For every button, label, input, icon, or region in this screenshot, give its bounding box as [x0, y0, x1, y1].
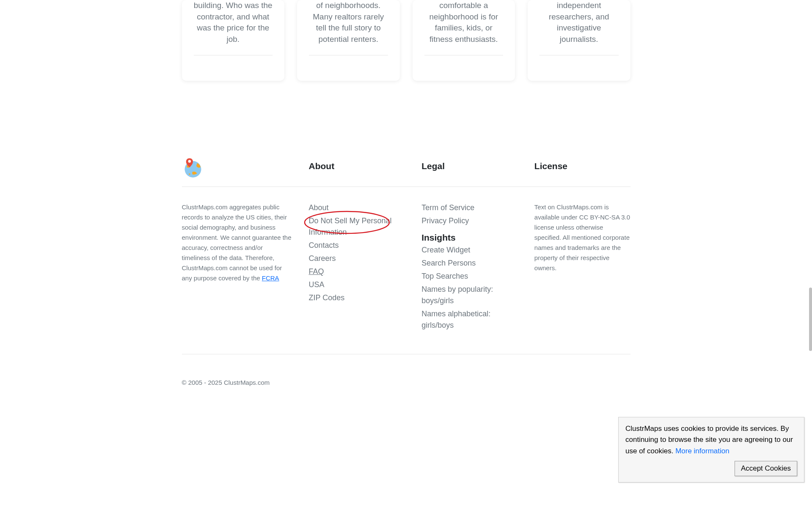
copyright-row: © 2005 - 2025 ClustrMaps.com — [182, 354, 630, 411]
faq-link[interactable]: FAQ — [309, 267, 324, 276]
cookie-text: ClustrMaps uses cookies to provide its s… — [625, 423, 797, 457]
privacy-link[interactable]: Privacy Policy — [421, 217, 469, 225]
footer-body: ClustrMaps.com aggregates public records… — [182, 202, 630, 333]
footer-license-col: Text on ClustrMaps.com is available unde… — [534, 202, 630, 333]
names-pop-label: Names by popularity: — [421, 285, 493, 293]
fcra-link[interactable]: FCRA — [262, 274, 279, 282]
card-3: comfortable a neighborhood is for famili… — [413, 0, 515, 81]
card-text: building. Who was the contractor, and wh… — [194, 0, 273, 55]
girls-pop-link[interactable]: girls — [440, 296, 454, 305]
footer-desc-text: ClustrMaps.com aggregates public records… — [182, 203, 292, 282]
card-text: independent researchers, and investigati… — [539, 0, 619, 55]
careers-link[interactable]: Careers — [309, 254, 336, 263]
footer-legal-heading-col: Legal — [421, 157, 517, 179]
card-4: independent researchers, and investigati… — [528, 0, 630, 81]
names-alpha-row: Names alphabetical: girls/boys — [421, 308, 517, 331]
cookie-banner: ClustrMaps uses cookies to provide its s… — [618, 417, 804, 482]
usa-link[interactable]: USA — [309, 280, 325, 289]
footer-desc: ClustrMaps.com aggregates public records… — [182, 202, 292, 283]
search-persons-link[interactable]: Search Persons — [421, 259, 476, 267]
names-popularity-row: Names by popularity: boys/girls — [421, 284, 517, 307]
globe-pin-icon — [182, 157, 204, 179]
contacts-link[interactable]: Contacts — [309, 241, 339, 249]
legal-heading: Legal — [421, 161, 517, 171]
footer-legal-links: Term of Service Privacy Policy Insights … — [421, 202, 517, 333]
girls-alpha-link[interactable]: girls — [421, 321, 435, 329]
card-2: of neighborhoods. Many realtors rarely t… — [297, 0, 400, 81]
card-text: comfortable a neighborhood is for famili… — [424, 0, 504, 55]
license-heading: License — [534, 161, 630, 171]
about-link[interactable]: About — [309, 203, 329, 212]
svg-point-1 — [189, 173, 190, 175]
footer-header-row: About Legal License — [182, 157, 630, 187]
footer-desc-col: ClustrMaps.com aggregates public records… — [182, 202, 292, 333]
cards-row: building. Who was the contractor, and wh… — [182, 0, 630, 81]
footer-about-heading-col: About — [309, 157, 405, 179]
zip-codes-link[interactable]: ZIP Codes — [309, 293, 345, 302]
card-text: of neighborhoods. Many realtors rarely t… — [309, 0, 388, 55]
names-alpha-label: Names alphabetical: — [421, 310, 490, 318]
copyright: © 2005 - 2025 ClustrMaps.com — [182, 379, 630, 386]
top-searches-link[interactable]: Top Searches — [421, 272, 468, 280]
boys-alpha-link[interactable]: boys — [438, 321, 454, 329]
about-heading: About — [309, 161, 405, 171]
main-container: building. Who was the contractor, and wh… — [173, 0, 639, 411]
insights-heading: Insights — [421, 233, 517, 243]
card-1: building. Who was the contractor, and wh… — [182, 0, 285, 81]
create-widget-link[interactable]: Create Widget — [421, 246, 470, 254]
cookie-more-link[interactable]: More information — [675, 447, 729, 455]
footer-license-heading-col: License — [534, 157, 630, 179]
boys-pop-link[interactable]: boys — [421, 296, 438, 305]
footer-logo-col — [182, 157, 292, 179]
scrollbar-thumb[interactable] — [809, 288, 812, 351]
svg-point-2 — [188, 160, 191, 163]
scrollbar[interactable] — [809, 0, 812, 507]
tos-link[interactable]: Term of Service — [421, 203, 474, 212]
footer-about-links: About Do Not Sell My Personal Informatio… — [309, 202, 405, 333]
license-text: Text on ClustrMaps.com is available unde… — [534, 202, 630, 273]
do-not-sell-link[interactable]: Do Not Sell My Personal Information — [309, 217, 392, 236]
accept-cookies-button[interactable]: Accept Cookies — [735, 461, 797, 476]
